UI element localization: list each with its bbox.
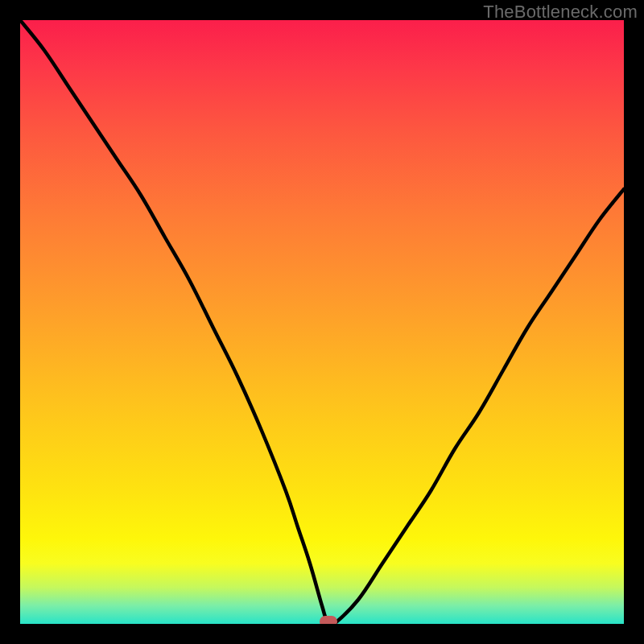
plot-area (20, 20, 624, 624)
watermark-text: TheBottleneck.com (483, 2, 638, 23)
bottleneck-curve (20, 20, 624, 624)
trough-marker (320, 616, 337, 624)
chart-frame: TheBottleneck.com (0, 0, 644, 644)
